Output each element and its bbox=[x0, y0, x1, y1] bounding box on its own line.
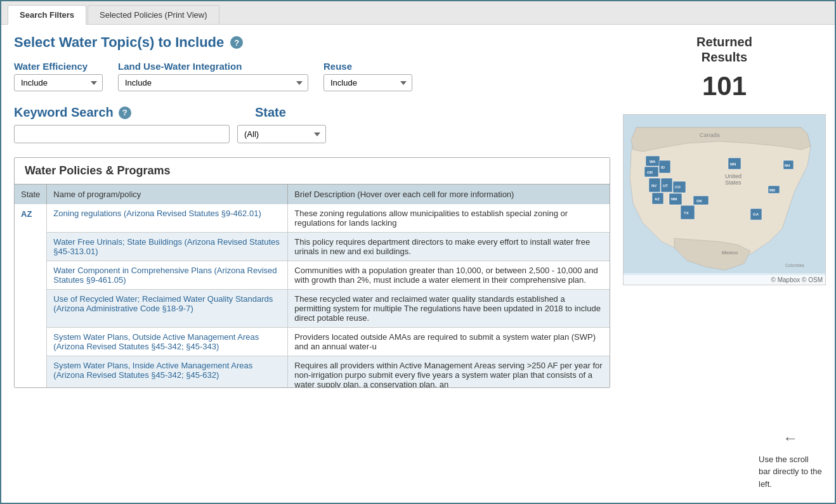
filter-labels-row: Keyword Search ? State bbox=[14, 105, 610, 120]
dropdown-group-land-use: Land Use-Water Integration Include Exclu… bbox=[118, 61, 308, 91]
state-label: State bbox=[255, 105, 286, 120]
header-title: Select Water Topic(s) to Include bbox=[14, 34, 224, 51]
keyword-help-icon[interactable]: ? bbox=[119, 107, 131, 119]
dropdown-group-water-efficiency: Water Efficiency Include Exclude Require bbox=[14, 61, 103, 91]
svg-text:OR: OR bbox=[647, 171, 653, 174]
svg-text:CO: CO bbox=[675, 185, 681, 189]
cell-name[interactable]: System Water Plans, Outside Active Manag… bbox=[47, 328, 288, 356]
dropdowns-row: Water Efficiency Include Exclude Require… bbox=[14, 61, 610, 91]
cell-description: Communities with a population greater th… bbox=[288, 261, 610, 290]
table-row: System Water Plans, Inside Active Manage… bbox=[15, 356, 610, 388]
keyword-label: Keyword Search ? bbox=[14, 105, 255, 120]
arrow-left-icon: ← bbox=[783, 429, 798, 447]
cell-name[interactable]: Water Component in Comprehensive Plans (… bbox=[47, 261, 288, 290]
scroll-hint-text: Use the scroll bar directly to the left. bbox=[752, 447, 828, 497]
svg-text:MD: MD bbox=[769, 188, 776, 192]
svg-text:Colombia: Colombia bbox=[785, 263, 804, 268]
scroll-hint: ← Use the scroll bar directly to the lef… bbox=[746, 423, 835, 503]
tab-selected-policies[interactable]: Selected Policies (Print View) bbox=[88, 5, 219, 24]
table-section: Water Policies & Programs State Name of … bbox=[14, 157, 610, 388]
table-row: System Water Plans, Outside Active Manag… bbox=[15, 328, 610, 356]
dropdown-label-water-efficiency: Water Efficiency bbox=[14, 61, 103, 72]
data-table: State Name of program/policy Brief Descr… bbox=[15, 184, 610, 387]
table-row: Water Component in Comprehensive Plans (… bbox=[15, 261, 610, 290]
returned-results-count: 101 bbox=[696, 65, 752, 108]
svg-text:OK: OK bbox=[696, 199, 703, 203]
table-row: Water Free Urinals; State Buildings (Ari… bbox=[15, 233, 610, 261]
dropdown-select-land-use[interactable]: Include Exclude Require bbox=[118, 74, 308, 91]
main-content: Select Water Topic(s) to Include ? Water… bbox=[1, 25, 835, 423]
state-select[interactable]: (All) AZ CO GA ID MD MN NM NV OK OR TX U… bbox=[237, 125, 326, 143]
map-svg: WA OR ID NV UT CO bbox=[624, 115, 826, 273]
table-header-row: State Name of program/policy Brief Descr… bbox=[15, 184, 610, 204]
table-row: AZZoning regulations (Arizona Revised St… bbox=[15, 204, 610, 233]
col-header-state: State bbox=[15, 184, 47, 204]
tab-search-filters[interactable]: Search Filters bbox=[8, 5, 86, 25]
col-header-name: Name of program/policy bbox=[47, 184, 288, 204]
cell-name[interactable]: Zoning regulations (Arizona Revised Stat… bbox=[47, 204, 288, 233]
svg-text:States: States bbox=[725, 179, 741, 186]
cell-name[interactable]: Use of Recycled Water; Reclaimed Water Q… bbox=[47, 290, 288, 328]
svg-text:MN: MN bbox=[730, 162, 736, 166]
right-panel: ReturnedResults 101 bbox=[623, 34, 826, 413]
table-scroll-area[interactable]: State Name of program/policy Brief Descr… bbox=[15, 184, 610, 387]
filter-inputs-row: (All) AZ CO GA ID MD MN NM NV OK OR TX U… bbox=[14, 125, 610, 143]
left-panel: Select Water Topic(s) to Include ? Water… bbox=[14, 34, 610, 413]
svg-text:NH: NH bbox=[785, 164, 790, 167]
cell-name[interactable]: Water Free Urinals; State Buildings (Ari… bbox=[47, 233, 288, 261]
svg-text:UT: UT bbox=[663, 184, 668, 188]
keyword-input[interactable] bbox=[14, 125, 230, 143]
dropdown-group-reuse: Reuse Include Exclude Require bbox=[323, 61, 412, 91]
cell-description: Providers located outside AMAs are requi… bbox=[288, 328, 610, 356]
cell-description: This policy requires department director… bbox=[288, 233, 610, 261]
svg-text:TX: TX bbox=[684, 211, 689, 215]
table-section-wrapper: Water Policies & Programs State Name of … bbox=[14, 157, 610, 388]
svg-text:United: United bbox=[725, 173, 741, 179]
map-container: WA OR ID NV UT CO bbox=[623, 114, 826, 285]
svg-text:Canada: Canada bbox=[700, 132, 720, 138]
svg-text:NV: NV bbox=[651, 184, 656, 188]
svg-text:GA: GA bbox=[753, 212, 759, 216]
section-title: Select Water Topic(s) to Include ? bbox=[14, 34, 610, 51]
returned-results-title: ReturnedResults bbox=[696, 34, 752, 65]
svg-text:AZ: AZ bbox=[655, 197, 660, 201]
dropdown-select-reuse[interactable]: Include Exclude Require bbox=[323, 74, 412, 91]
svg-text:ID: ID bbox=[661, 165, 665, 169]
cell-description: Requires all providers within Active Man… bbox=[288, 356, 610, 388]
cell-description: These recycled water and reclaimed water… bbox=[288, 290, 610, 328]
tabs-bar: Search Filters Selected Policies (Print … bbox=[1, 1, 835, 25]
svg-text:WA: WA bbox=[650, 160, 656, 164]
map-attribution: © Mapbox © OSM bbox=[624, 275, 825, 285]
svg-text:NM: NM bbox=[671, 197, 677, 201]
cell-description: These zoning regulations allow municipal… bbox=[288, 204, 610, 233]
dropdown-label-reuse: Reuse bbox=[323, 61, 412, 72]
filter-row: Keyword Search ? State (All) AZ CO GA ID… bbox=[14, 105, 610, 143]
help-icon[interactable]: ? bbox=[230, 36, 243, 49]
cell-name[interactable]: System Water Plans, Inside Active Manage… bbox=[47, 356, 288, 388]
table-title: Water Policies & Programs bbox=[15, 158, 610, 184]
returned-results: ReturnedResults 101 bbox=[696, 34, 752, 108]
svg-text:Mexico: Mexico bbox=[722, 250, 738, 255]
bottom-area: ← Use the scroll bar directly to the lef… bbox=[1, 423, 835, 503]
cell-state: AZ bbox=[15, 204, 47, 387]
table-row: Use of Recycled Water; Reclaimed Water Q… bbox=[15, 290, 610, 328]
dropdown-select-water-efficiency[interactable]: Include Exclude Require bbox=[14, 74, 103, 91]
col-header-desc: Brief Description (Hover over each cell … bbox=[288, 184, 610, 204]
dropdown-label-land-use: Land Use-Water Integration bbox=[118, 61, 308, 72]
table-bottom-spacer bbox=[1, 423, 746, 503]
